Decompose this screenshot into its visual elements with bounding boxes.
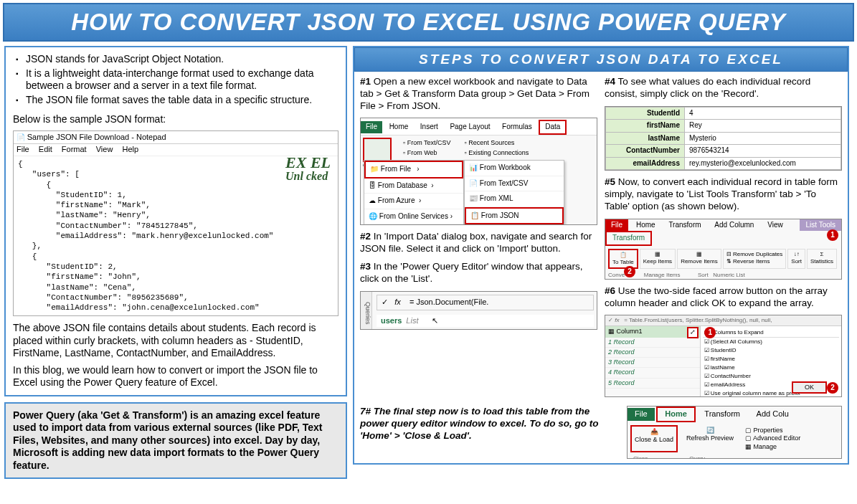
- refresh-preview: 🔄Refresh Preview: [683, 425, 737, 452]
- final-step-row: 7# The final step now is to load this ta…: [354, 406, 848, 459]
- fx-bar: ✓ fx = Table.FromList(users, Splitter.Sp…: [605, 315, 841, 326]
- bullet-item: It is a lightweight data-interchange for…: [16, 67, 338, 92]
- record-row: 1 Record: [605, 338, 700, 348]
- chk-opt: ☑ lastName: [703, 363, 839, 372]
- record-row: 5 Record: [605, 379, 700, 389]
- tab-file: File: [628, 408, 655, 421]
- record-row: 4 Record: [605, 368, 700, 378]
- step-1-text: #1 Open a new excel workbook and navigat…: [360, 76, 597, 113]
- step-6-text: #6 Use the two-side faced arrow button o…: [605, 285, 842, 310]
- ribbon-item: Recent Sources: [465, 138, 529, 148]
- pq-home-tabs: File Home Transform Add Colu: [628, 406, 841, 422]
- from-file-submenu: 📊 From Workbook 📄 From Text/CSV 📰 From X…: [464, 160, 564, 225]
- right-column: STEPS TO CONVERT JSON DATA TO EXCEL #1 O…: [353, 46, 849, 479]
- submenu-textcsv: 📄 From Text/CSV: [465, 176, 564, 192]
- sample-label: Below is the sample JSON format:: [13, 113, 338, 126]
- intro-bullets: JSON stands for JavaScript Object Notati…: [13, 53, 338, 106]
- to-table-button: 📋To Table: [608, 249, 638, 269]
- step-7-screenshot: File Home Transform Add Colu 📥Close & Lo…: [627, 406, 842, 459]
- watermark-bottom: Unl cked: [285, 169, 331, 184]
- chk-opt: ☑ ContactNumber: [703, 372, 839, 381]
- menu-item: Format: [62, 145, 87, 153]
- formula-bar: ✓ fx = Json.Document(File.: [377, 295, 594, 310]
- expand-panel-title: rch Columns to Expand: [703, 328, 839, 338]
- step-7-text: 7# The final step now is to load this ta…: [360, 406, 620, 442]
- tab-transform-active: Transform: [605, 231, 652, 246]
- step-1-screenshot: File Home Insert Page Layout Formulas Da…: [360, 118, 597, 225]
- tab-file: File: [605, 219, 628, 232]
- sort-group: ↓↑Sort: [787, 249, 805, 269]
- step-3-text: #3 In the 'Power Query Editor' window th…: [360, 261, 597, 285]
- tab-home: Home: [384, 121, 414, 133]
- submenu-json: 📋 From JSON: [465, 207, 564, 225]
- ribbon-item: Existing Connections: [465, 148, 529, 158]
- step-2-text: #2 In 'Import Data' dialog box, navigate…: [360, 231, 597, 255]
- close-load-button: 📥Close & Load: [630, 425, 678, 452]
- tab-file: File: [361, 121, 382, 133]
- watermark-logo: EX EL Unl cked: [285, 153, 331, 184]
- record-table: StudentId4 firstNameRey lastNameMysterio…: [605, 107, 841, 171]
- bullet-item: JSON stands for JavaScript Object Notati…: [16, 53, 338, 66]
- intro-desc-1: The above JSON file contains details abo…: [13, 322, 338, 360]
- tab-insert: Insert: [415, 121, 443, 133]
- tab-data: Data: [539, 120, 567, 135]
- intro-panel: JSON stands for JavaScript Object Notati…: [4, 46, 347, 396]
- bullet-item: The JSON file format saves the table dat…: [16, 94, 338, 107]
- pq-ribbon-tabs: List Tools File Home Transform Add Colum…: [605, 219, 841, 246]
- pq-home-body: 📥Close & Load 🔄Refresh Preview ▢ Propert…: [628, 422, 841, 455]
- notepad-titlebar: Sample JSON File Download - Notepad: [14, 131, 338, 145]
- chk-opt: ☑ StudentID: [703, 346, 839, 355]
- step-6-screenshot: ✓ fx = Table.FromList(users, Splitter.Sp…: [605, 315, 842, 397]
- stats: ΣStatistics: [807, 249, 837, 269]
- queries-sidebar: Queries: [361, 292, 372, 329]
- record-row: 3 Record: [605, 358, 700, 368]
- badge-1: 1: [827, 229, 838, 241]
- page-title-bar: HOW TO CONVERT JSON TO EXCEL USING POWER…: [3, 3, 854, 42]
- menu-from-db: 🗄 From Database ›: [364, 179, 463, 194]
- steps-header: STEPS TO CONVERT JSON DATA TO EXCEL: [354, 47, 848, 72]
- pq-row: usersList ↖: [377, 315, 594, 328]
- steps-col-left: #1 Open a new excel workbook and navigat…: [360, 76, 597, 404]
- remove-items: ▦Remove Items: [677, 249, 721, 269]
- ribbon-item: From Text/CSV: [403, 138, 460, 148]
- step-4-text: #4 To see what values do each individual…: [605, 76, 842, 100]
- expand-arrow-button: ⤢: [687, 327, 699, 338]
- ok-button: OK: [792, 381, 827, 394]
- expand-left: ▦ Column1 ⤢ 1 Record 2 Record 3 Record 4…: [605, 326, 700, 397]
- page-title: HOW TO CONVERT JSON TO EXCEL USING POWER…: [9, 9, 848, 36]
- excel-ribbon-tabs: File Home Insert Page Layout Formulas Da…: [361, 118, 597, 135]
- steps-panel: STEPS TO CONVERT JSON DATA TO EXCEL #1 O…: [353, 46, 849, 465]
- keep-items: ▦Keep Items: [640, 249, 676, 269]
- pq-ribbon-body: 📋To Table ▦Keep Items ▦Remove Items ⊟ Re…: [605, 246, 841, 272]
- ribbon-item: From Web: [403, 148, 460, 158]
- step-3-screenshot: Queries ✓ fx = Json.Document(File. users…: [360, 291, 597, 330]
- tab-transform: Transform: [697, 408, 747, 421]
- tab-home: Home: [630, 219, 661, 232]
- main-layout: JSON stands for JavaScript Object Notati…: [0, 46, 857, 479]
- menu-from-file: 📁 From File ›: [364, 161, 463, 179]
- badge-2: 2: [624, 266, 635, 277]
- menu-item: Help: [122, 145, 138, 153]
- menu-item: View: [96, 145, 113, 153]
- menu-from-azure: ☁ From Azure ›: [364, 194, 463, 209]
- tab-formulas: Formulas: [497, 121, 537, 133]
- power-query-note: Power Query (aka 'Get & Transform') is a…: [13, 409, 338, 472]
- step-4-screenshot: StudentId4 firstNameRey lastNameMysterio…: [605, 106, 842, 171]
- submenu-xml: 📰 From XML: [465, 191, 564, 207]
- steps-grid: #1 Open a new excel workbook and navigat…: [354, 76, 848, 404]
- steps-col-right: #4 To see what values do each individual…: [605, 76, 842, 404]
- step-5-screenshot: List Tools File Home Transform Add Colum…: [605, 219, 842, 280]
- intro-desc-2: In this blog, we would learn how to conv…: [13, 364, 338, 389]
- get-data-menu: 📁 From File › 🗄 From Database › ☁ From A…: [364, 160, 464, 225]
- watermark-top: EX EL: [285, 153, 331, 171]
- tab-view: View: [762, 219, 789, 232]
- tab-addcolumn: Add Column: [709, 219, 759, 232]
- tab-pagelayout: Page Layout: [445, 121, 495, 133]
- query-props: ▢ Properties ▢ Advanced Editor ▦ Manage: [742, 425, 803, 452]
- notepad-mock: Sample JSON File Download - Notepad File…: [13, 130, 338, 317]
- menu-item: Edit: [39, 145, 52, 153]
- chk-opt: ☑ firstName: [703, 355, 839, 363]
- record-row: 2 Record: [605, 348, 700, 358]
- left-column: JSON stands for JavaScript Object Notati…: [4, 46, 347, 479]
- step-5-text: #5 Now, to convert each individual recor…: [605, 176, 842, 213]
